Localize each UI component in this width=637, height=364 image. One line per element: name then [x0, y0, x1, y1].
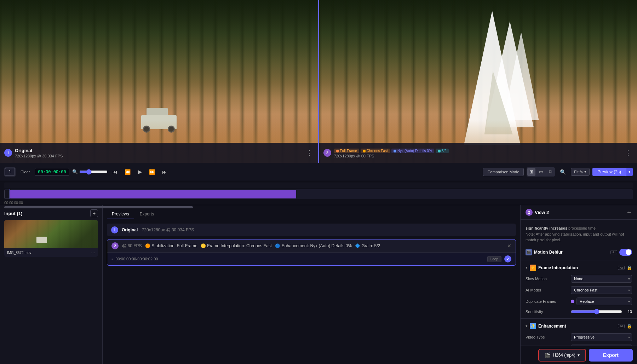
input-title: Input (1) — [4, 211, 22, 216]
video-type-select[interactable]: Progressive — [571, 333, 632, 341]
enhancement-section[interactable]: ▾ ✨ Enhancement AI 🔒 — [521, 321, 637, 331]
tag-grain: 5/2 — [436, 149, 449, 153]
timeline-ruler — [4, 183, 633, 188]
right-panel-number: 2 — [323, 149, 331, 157]
right-panel-more-button[interactable]: ⋮ — [624, 148, 633, 158]
preview-text-2: @ 60 FPS 🟠 Stabilization: Full-Frame 🟡 F… — [122, 243, 504, 248]
preview-dropdown-button[interactable]: ▾ — [626, 168, 633, 176]
preview-row-1: 1 Original 720x1280px @ 30.034 FPS — [107, 224, 516, 236]
preview-check-icon: ✓ — [504, 255, 511, 262]
clear-button[interactable]: Clear — [18, 169, 32, 175]
enhancement-lock-icon: 🔒 — [627, 324, 632, 329]
zoom-slider[interactable] — [79, 169, 108, 175]
loop-button[interactable]: Loop — [487, 256, 501, 262]
preview-num-2: 2 — [111, 242, 119, 249]
dup-frames-select[interactable]: Replace — [576, 297, 632, 305]
tab-previews[interactable]: Previews — [107, 209, 134, 219]
main-content: Input (1) + IMG_8672.mov ··· Previews Ex… — [0, 205, 637, 364]
left-panel-more-button[interactable]: ⋮ — [305, 148, 314, 158]
zoom-in-button[interactable]: 🔍 — [558, 168, 568, 176]
previews-panel: Previews Exports 1 Original 720x1280px @… — [103, 205, 520, 364]
view2-close-button[interactable]: ← — [626, 209, 632, 215]
tag-full-frame: Full-Frame — [334, 149, 359, 153]
enhancement-title: Enhancement — [538, 324, 615, 329]
detail-dot-icon: • — [111, 257, 113, 261]
view2-number: 2 — [526, 209, 533, 216]
motion-deblur-section[interactable]: 🎬 Motion Deblur AI — [521, 247, 637, 258]
video-type-select-wrap: Progressive — [571, 333, 632, 341]
export-format-dropdown-icon: ▾ — [578, 353, 580, 358]
motion-deblur-toggle[interactable] — [619, 249, 632, 256]
zoom-icon: 🔍 — [72, 169, 78, 174]
preview-item-2[interactable]: 2 @ 60 FPS 🟠 Stabilization: Full-Frame 🟡… — [107, 239, 516, 266]
slow-motion-label: Slow Motion — [526, 277, 568, 281]
timeline-scroll-thumb — [4, 206, 193, 208]
enhancement-ai-badge: AI — [618, 324, 625, 328]
view-single-button[interactable]: ▭ — [537, 168, 545, 176]
frame-interpolation-section[interactable]: ▾ ⚡ Frame Interpolation AI 🔒 — [521, 262, 637, 273]
view2-title: View 2 — [535, 210, 549, 215]
dup-frames-row: Duplicate Frames Replace — [521, 296, 637, 307]
video-area: 1 Original 720x1280px @ 30.034 FPS ⋮ — [0, 0, 637, 163]
motion-deblur-ai-badge: AI — [610, 250, 617, 254]
slow-motion-row: Slow Motion None — [521, 273, 637, 284]
dup-frames-label: Duplicate Frames — [526, 299, 568, 304]
preview-button-group: Preview (2s) ▾ — [592, 168, 633, 176]
step-forward-button[interactable]: ⏩ — [147, 168, 157, 176]
timeline-track[interactable] — [4, 189, 633, 199]
input-thumbnail[interactable]: IMG_8672.mov ··· — [4, 220, 98, 257]
export-bar: 🎬 H264 (mp4) ▾ Export — [521, 346, 637, 364]
preview-timecode-range: 00:00:00:00-00:00:02:00 — [116, 257, 484, 261]
thumbnail-more-button[interactable]: ··· — [91, 250, 95, 255]
comparison-mode-button[interactable]: Comparison Mode — [483, 168, 524, 176]
preview-num-1: 1 — [111, 226, 118, 233]
sensitivity-slider[interactable] — [571, 309, 622, 314]
settings-panel: 2 View 2 ← significantly increases proce… — [520, 205, 637, 364]
clip-number-display: 1 — [5, 168, 15, 176]
step-back-button[interactable]: ⏪ — [122, 168, 133, 176]
timeline-main-clip[interactable] — [10, 190, 296, 198]
tab-exports[interactable]: Exports — [135, 209, 159, 219]
divider-1 — [521, 260, 637, 260]
timeline-start-time: 00:00:00:00 — [4, 201, 23, 205]
enh-ai-model-select[interactable]: Nyx – HQ Denoise — [571, 345, 632, 346]
preview-item-1[interactable]: 1 Original 720x1280px @ 30.034 FPS — [107, 224, 516, 236]
preview-button[interactable]: Preview (2s) — [592, 168, 626, 176]
view-split-button[interactable]: ⊞ — [527, 168, 535, 176]
preview-text-1: Original 720x1280px @ 30.034 FPS — [122, 227, 512, 232]
frame-interp-title: Frame Interpolation — [538, 265, 615, 270]
motion-deblur-icon: 🎬 — [526, 249, 532, 255]
frame-interp-icon: ⚡ — [530, 265, 536, 271]
preview-row-2: 2 @ 60 FPS 🟠 Stabilization: Full-Frame 🟡… — [107, 239, 516, 252]
right-video-panel: 2 Full-Frame Chronos Fast Ny — [319, 0, 637, 163]
ai-model-select-wrap: Chronos Fast — [571, 286, 632, 294]
go-to-end-button[interactable]: ⏭ — [160, 168, 169, 176]
go-to-start-button[interactable]: ⏮ — [110, 168, 120, 176]
add-input-button[interactable]: + — [90, 209, 98, 217]
export-format-button[interactable]: 🎬 H264 (mp4) ▾ — [538, 349, 586, 362]
play-button[interactable]: ▶ — [136, 167, 144, 177]
timeline-area: 00:00:00:00 — [0, 181, 637, 205]
settings-processing-note: significantly increases processing time.… — [521, 223, 637, 247]
enh-ai-model-row: AI Model Nyx – HQ Denoise — [521, 343, 637, 346]
left-panel-title: Original — [15, 148, 305, 153]
export-main-button[interactable]: Export — [589, 349, 633, 362]
timeline-clip-left — [4, 190, 10, 198]
settings-panel-header: 2 View 2 ← — [521, 205, 637, 220]
sensitivity-value: 10 — [625, 310, 632, 314]
frame-interp-chevron: ▾ — [526, 265, 528, 270]
view-mode-group: ⊞ ▭ ⧉ — [527, 167, 555, 177]
fit-dropdown[interactable]: Fit % ▾ — [571, 168, 590, 176]
right-panel-resolution: 720x1280px @ 60 FPS — [334, 154, 624, 158]
zoom-control: 🔍 — [72, 169, 108, 175]
tag-chronos: Chronos Fast — [361, 149, 390, 153]
view-overlay-button[interactable]: ⧉ — [547, 168, 554, 176]
video-type-label: Video Type — [526, 335, 568, 339]
panel-divider — [318, 0, 319, 163]
sensitivity-row: Sensitivity 10 — [521, 307, 637, 316]
left-video-panel: 1 Original 720x1280px @ 30.034 FPS ⋮ — [0, 0, 318, 163]
slow-motion-select[interactable]: None — [571, 275, 632, 283]
enhancement-icon: ✨ — [530, 323, 536, 329]
ai-model-select[interactable]: Chronos Fast — [571, 286, 632, 294]
preview-collapse-button[interactable]: ✕ — [507, 243, 511, 249]
